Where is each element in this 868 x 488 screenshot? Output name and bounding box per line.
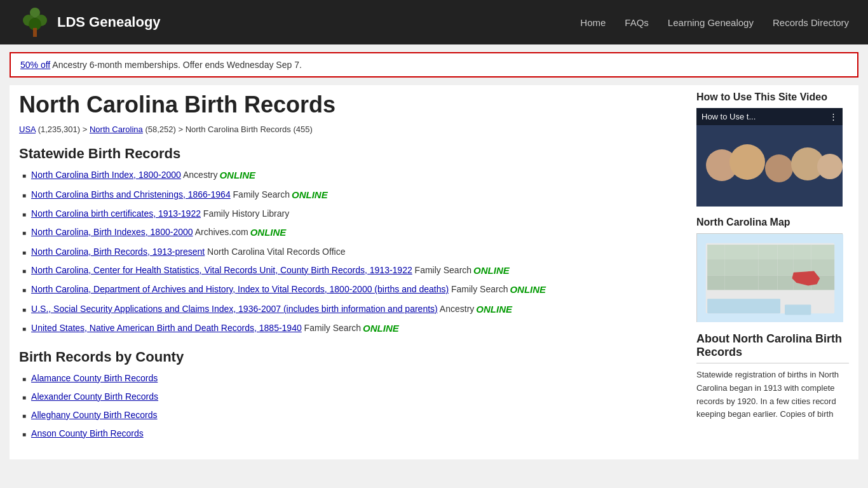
nav-faqs[interactable]: FAQs bbox=[625, 17, 649, 28]
county-record-link[interactable]: Alexander County Birth Records bbox=[31, 390, 158, 403]
about-title: About North Carolina Birth Records bbox=[696, 332, 849, 359]
county-record-item: Alexander County Birth Records bbox=[22, 390, 684, 403]
statewide-record-item: North Carolina, Department of Archives a… bbox=[22, 283, 684, 297]
statewide-record-item: U.S., Social Security Applications and C… bbox=[22, 302, 684, 317]
video-menu-icon: ⋮ bbox=[829, 112, 837, 121]
statewide-record-link[interactable]: North Carolina birth certificates, 1913-… bbox=[31, 207, 201, 220]
online-badge: ONLINE bbox=[363, 322, 399, 336]
svg-rect-17 bbox=[778, 245, 794, 259]
statewide-record-list: North Carolina Birth Index, 1800-2000 An… bbox=[19, 168, 684, 336]
svg-rect-27 bbox=[707, 275, 725, 290]
statewide-record-link[interactable]: North Carolina Births and Christenings, … bbox=[31, 188, 231, 201]
about-text: Statewide registration of births in Nort… bbox=[696, 369, 849, 421]
county-record-link[interactable]: Alleghany County Birth Records bbox=[31, 409, 157, 422]
statewide-record-link[interactable]: North Carolina Birth Index, 1800-2000 bbox=[31, 168, 181, 182]
svg-rect-36 bbox=[785, 304, 811, 315]
svg-rect-16 bbox=[759, 245, 778, 259]
breadcrumb-usa-count: (1,235,301) bbox=[38, 125, 81, 134]
county-record-item: Anson County Birth Records bbox=[22, 427, 684, 440]
about-divider bbox=[696, 363, 849, 363]
sidebar: How to Use This Site Video How to Use bbox=[696, 92, 849, 453]
video-section-title: How to Use This Site Video bbox=[696, 92, 849, 103]
main-container: North Carolina Birth Records USA (1,235,… bbox=[10, 85, 858, 459]
svg-point-7 bbox=[729, 144, 765, 180]
svg-rect-31 bbox=[778, 275, 794, 290]
svg-rect-15 bbox=[741, 245, 759, 259]
svg-rect-22 bbox=[741, 259, 759, 275]
nav-home[interactable]: Home bbox=[580, 17, 606, 28]
svg-point-10 bbox=[817, 154, 843, 179]
svg-rect-28 bbox=[725, 275, 741, 290]
statewide-record-item: North Carolina Births and Christenings, … bbox=[22, 188, 684, 203]
county-record-list: Alamance County Birth RecordsAlexander C… bbox=[19, 372, 684, 440]
breadcrumb: USA (1,235,301) > North Carolina (58,252… bbox=[19, 125, 684, 134]
statewide-section-title: Statewide Birth Records bbox=[19, 146, 684, 162]
statewide-record-item: North Carolina, Birth Indexes, 1800-2000… bbox=[22, 226, 684, 240]
online-badge: ONLINE bbox=[250, 226, 287, 240]
statewide-record-item: North Carolina, Birth Records, 1913-pres… bbox=[22, 245, 684, 259]
svg-rect-13 bbox=[707, 245, 725, 259]
county-record-link[interactable]: Alamance County Birth Records bbox=[31, 372, 158, 385]
promo-banner: 50% off Ancestry 6-month memberships. Of… bbox=[10, 52, 858, 78]
nc-map-title: North Carolina Map bbox=[696, 217, 849, 228]
svg-rect-4 bbox=[33, 28, 37, 37]
svg-point-8 bbox=[765, 154, 793, 182]
statewide-record-link[interactable]: North Carolina, Department of Archives a… bbox=[31, 283, 449, 296]
statewide-record-item: United States, Native American Birth and… bbox=[22, 322, 684, 336]
statewide-record-link[interactable]: United States, Native American Birth and… bbox=[31, 322, 302, 335]
svg-rect-19 bbox=[811, 245, 834, 259]
video-label: How to Use t... bbox=[702, 112, 756, 121]
video-overlay: How to Use t... ⋮ bbox=[696, 108, 843, 125]
statewide-record-link[interactable]: U.S., Social Security Applications and C… bbox=[31, 302, 438, 316]
svg-rect-24 bbox=[778, 259, 794, 275]
statewide-record-link[interactable]: North Carolina, Center for Health Statis… bbox=[31, 264, 412, 277]
online-badge: ONLINE bbox=[476, 302, 512, 317]
statewide-record-link[interactable]: North Carolina, Birth Indexes, 1800-2000 bbox=[31, 226, 193, 239]
statewide-record-item: North Carolina Birth Index, 1800-2000 An… bbox=[22, 168, 684, 183]
breadcrumb-current: North Carolina Birth Records (455) bbox=[186, 125, 313, 134]
main-content: North Carolina Birth Records USA (1,235,… bbox=[19, 92, 684, 453]
site-header: LDS Genealogy Home FAQs Learning Genealo… bbox=[0, 0, 868, 44]
map-section: North Carolina Map bbox=[696, 217, 849, 322]
nc-map-svg bbox=[697, 234, 843, 323]
svg-rect-35 bbox=[707, 299, 780, 313]
nav-records-dir[interactable]: Records Directory bbox=[773, 17, 849, 28]
county-section-title: Birth Records by County bbox=[19, 349, 684, 365]
banner-message: Ancestry 6-month memberships. Offer ends… bbox=[50, 60, 302, 70]
nc-map[interactable] bbox=[696, 233, 843, 322]
online-badge: ONLINE bbox=[219, 168, 255, 183]
county-record-item: Alamance County Birth Records bbox=[22, 372, 684, 385]
statewide-record-item: North Carolina, Center for Health Statis… bbox=[22, 264, 684, 278]
nav-learning[interactable]: Learning Genealogy bbox=[668, 17, 754, 28]
banner-link[interactable]: 50% off bbox=[20, 60, 50, 70]
statewide-record-link[interactable]: North Carolina, Birth Records, 1913-pres… bbox=[31, 245, 205, 259]
svg-rect-29 bbox=[741, 275, 759, 290]
main-nav: Home FAQs Learning Genealogy Records Dir… bbox=[580, 17, 849, 28]
county-record-link[interactable]: Anson County Birth Records bbox=[31, 427, 144, 440]
breadcrumb-nc-count: (58,252) bbox=[145, 125, 175, 134]
logo-text: LDS Genealogy bbox=[57, 14, 161, 30]
logo-tree-icon bbox=[19, 6, 51, 38]
logo-area[interactable]: LDS Genealogy bbox=[19, 6, 161, 38]
svg-rect-23 bbox=[759, 259, 778, 275]
svg-rect-18 bbox=[794, 245, 811, 259]
online-badge: ONLINE bbox=[473, 264, 510, 278]
svg-rect-21 bbox=[725, 259, 741, 275]
statewide-record-item: North Carolina birth certificates, 1913-… bbox=[22, 207, 684, 220]
svg-rect-14 bbox=[725, 245, 741, 259]
video-box[interactable]: How to Use t... ⋮ bbox=[696, 108, 843, 207]
svg-rect-20 bbox=[707, 259, 725, 275]
video-section: How to Use This Site Video How to Use bbox=[696, 92, 849, 207]
online-badge: ONLINE bbox=[292, 188, 328, 203]
breadcrumb-usa[interactable]: USA bbox=[19, 125, 36, 134]
online-badge: ONLINE bbox=[510, 283, 546, 297]
svg-rect-30 bbox=[759, 275, 778, 290]
page-title: North Carolina Birth Records bbox=[19, 92, 684, 118]
breadcrumb-nc[interactable]: North Carolina bbox=[90, 125, 143, 134]
about-section: About North Carolina Birth Records State… bbox=[696, 332, 849, 421]
county-record-item: Alleghany County Birth Records bbox=[22, 409, 684, 422]
